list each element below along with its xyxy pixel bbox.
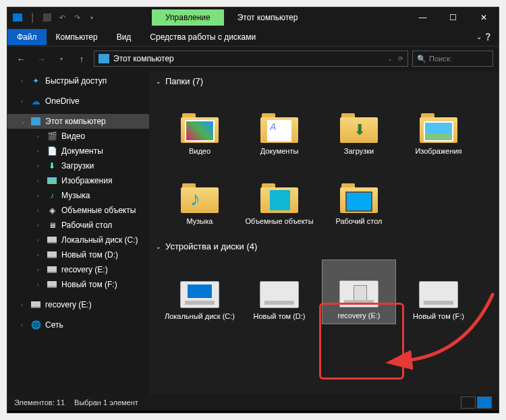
breadcrumb[interactable]: Этот компьютер: [113, 54, 174, 63]
music-icon: [47, 190, 57, 201]
nav-forward-button[interactable]: →: [33, 51, 49, 67]
folder-desktop[interactable]: Рабочий стол: [322, 164, 396, 229]
drive-recovery-e[interactable]: recovery (E:): [322, 260, 396, 324]
folder-video[interactable]: Видео: [163, 94, 237, 159]
sidebar-item-label: OneDrive: [45, 96, 80, 106]
drive-d[interactable]: Новый том (D:): [242, 260, 316, 324]
sidebar-item-video[interactable]: ›Видео: [7, 129, 149, 144]
statusbar: Элементов: 11 Выбран 1 элемент: [7, 394, 499, 411]
navigation-pane: › ✦ Быстрый доступ › ☁ OneDrive ⌄ Этот к…: [7, 71, 149, 394]
item-label: Музыка: [164, 217, 235, 225]
chevron-down-icon[interactable]: ⌄: [21, 119, 26, 125]
chevron-right-icon[interactable]: ›: [21, 98, 26, 104]
item-label: Документы: [244, 147, 315, 155]
qat-undo-icon[interactable]: ↶: [56, 11, 68, 24]
view-tiles-button[interactable]: [477, 396, 492, 409]
thispc-icon: [99, 54, 109, 63]
sidebar-item-recovery-e-root[interactable]: ›recovery (E:): [7, 297, 149, 312]
sidebar-item-label: Рабочий стол: [61, 220, 112, 230]
explorer-window: | ↶ ↷ ▾ Управление Этот компьютер — ☐ ✕ …: [7, 7, 499, 413]
disk-windows-icon: [180, 281, 219, 308]
ribbon-expand-icon[interactable]: ⌄ ❔: [476, 33, 499, 40]
qat-redo-icon[interactable]: ↷: [71, 11, 83, 24]
content-pane: ⌄ Папки (7) Видео Документы ⬇ Загрузки: [149, 71, 499, 394]
network-icon: [30, 320, 41, 330]
pictures-icon: [47, 175, 57, 186]
status-item-count: Элементов: 11: [14, 398, 65, 407]
item-label: Загрузки: [323, 147, 395, 155]
sidebar-item-label: Видео: [61, 131, 85, 141]
sidebar-item-recovery-e[interactable]: ›recovery (E:): [7, 262, 149, 277]
sidebar-item-onedrive[interactable]: › ☁ OneDrive: [7, 94, 149, 109]
breadcrumb-chevron-icon[interactable]: ⌄ ⟳: [387, 55, 403, 62]
section-label: Папки (7): [165, 76, 203, 86]
qat-dropdown-icon[interactable]: ▾: [86, 11, 98, 24]
address-bar[interactable]: Этот компьютер ⌄ ⟳: [94, 51, 408, 67]
nav-recent-dropdown[interactable]: ▾: [53, 51, 69, 67]
folder-pictures[interactable]: Изображения: [401, 94, 476, 159]
item-label: Видео: [164, 147, 235, 155]
folder-documents[interactable]: Документы: [242, 94, 316, 159]
sidebar-item-label: Быстрый доступ: [45, 76, 107, 86]
view-details-button[interactable]: [461, 396, 476, 409]
status-selection: Выбран 1 элемент: [74, 398, 138, 407]
sidebar-item-disk-f[interactable]: ›Новый том (F:): [7, 277, 149, 292]
thispc-icon: [30, 116, 41, 127]
star-icon: ✦: [30, 76, 41, 86]
sidebar-item-disk-d[interactable]: ›Новый том (D:): [7, 247, 149, 262]
chevron-right-icon[interactable]: ›: [21, 78, 26, 84]
sidebar-item-label: Загрузки: [61, 161, 94, 171]
folder-icon: [260, 183, 298, 213]
qat-properties-icon[interactable]: [41, 11, 53, 24]
computer-system-icon: [11, 11, 24, 24]
drives-grid: Локальный диск (C:) Новый том (D:) recov…: [149, 257, 499, 331]
nav-back-button[interactable]: ←: [13, 51, 29, 67]
search-input[interactable]: 🔍 Поиск:: [412, 51, 493, 67]
sidebar-item-downloads[interactable]: ›Загрузки: [7, 158, 149, 173]
chevron-down-icon[interactable]: ⌄: [156, 243, 161, 250]
drive-f[interactable]: Новый том (F:): [401, 260, 476, 324]
drive-c[interactable]: Локальный диск (C:): [163, 260, 237, 324]
tab-view[interactable]: Вид: [107, 29, 141, 45]
tab-file[interactable]: Файл: [7, 29, 47, 45]
tab-computer[interactable]: Компьютер: [47, 29, 107, 45]
sidebar-item-label: Этот компьютер: [45, 117, 106, 126]
chevron-down-icon[interactable]: ⌄: [156, 78, 161, 85]
sidebar-item-label: Локальный диск (C:): [61, 235, 138, 245]
minimize-button[interactable]: —: [407, 7, 438, 28]
disk-icon: [260, 281, 299, 308]
folder-3dobjects[interactable]: Объемные объекты: [242, 164, 316, 229]
maximize-button[interactable]: ☐: [438, 7, 468, 28]
sidebar-item-desktop[interactable]: ›Рабочий стол: [7, 218, 149, 233]
sidebar-item-label: Сеть: [45, 320, 63, 330]
sidebar-item-label: Новый том (D:): [61, 250, 118, 260]
disk-recovery-icon: [339, 280, 378, 307]
folder-icon: [420, 113, 457, 143]
sidebar-item-disk-c[interactable]: ›Локальный диск (C:): [7, 233, 149, 247]
item-label: Новый том (F:): [403, 312, 474, 320]
item-label: Рабочий стол: [323, 217, 395, 225]
tab-drive-tools[interactable]: Средства работы с дисками: [140, 29, 265, 45]
sidebar-item-documents[interactable]: ›Документы: [7, 144, 149, 158]
sidebar-item-network[interactable]: ›Сеть: [7, 318, 149, 332]
folder-downloads[interactable]: ⬇ Загрузки: [322, 94, 396, 159]
folder-music[interactable]: ♪ Музыка: [163, 164, 237, 229]
folder-icon: [181, 113, 219, 143]
item-label: Локальный диск (C:): [164, 312, 235, 320]
sidebar-item-3dobjects[interactable]: ›Объемные объекты: [7, 203, 149, 218]
section-devices-header[interactable]: ⌄ Устройства и диски (4): [149, 236, 499, 257]
disk-icon: [47, 249, 57, 260]
qat-separator: |: [26, 11, 38, 24]
section-folders-header[interactable]: ⌄ Папки (7): [149, 71, 499, 92]
folder-icon: ⬇: [340, 113, 378, 143]
sidebar-item-pictures[interactable]: ›Изображения: [7, 173, 149, 188]
contextual-tab-label[interactable]: Управление: [152, 9, 224, 26]
sidebar-item-music[interactable]: ›Музыка: [7, 188, 149, 203]
close-button[interactable]: ✕: [468, 7, 499, 28]
nav-up-button[interactable]: ↑: [74, 51, 90, 67]
folders-grid: Видео Документы ⬇ Загрузки Изображения ♪…: [149, 92, 499, 236]
objects3d-icon: [47, 205, 57, 216]
sidebar-item-quickaccess[interactable]: › ✦ Быстрый доступ: [7, 73, 149, 88]
document-icon: [47, 146, 57, 156]
sidebar-item-thispc[interactable]: ⌄ Этот компьютер: [7, 114, 149, 129]
